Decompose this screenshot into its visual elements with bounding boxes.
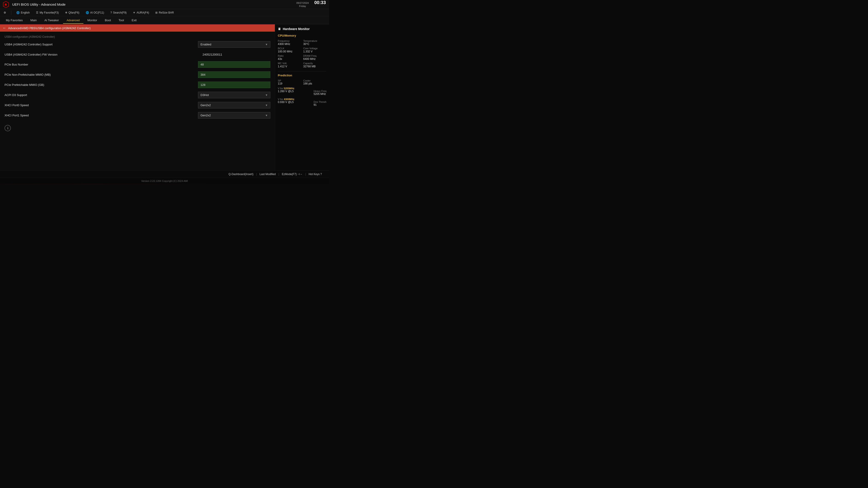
search-toolbar[interactable]: ? Search(F9) (109, 11, 128, 15)
pcie-non-prefetch-value: 384 (198, 71, 270, 78)
setting-row-pcie-prefetch: PCIe Prefetchable MMIO (GB) 128 (0, 80, 275, 90)
datetime: 09/27/2024Friday (296, 1, 309, 8)
prediction-section: Prediction (278, 74, 327, 77)
xhci-port1-selected: Gen2x2 (200, 113, 211, 117)
my-favorite-toolbar[interactable]: ☰ My Favorite(F3) (35, 11, 60, 15)
nav-ai-tweaker[interactable]: Ai Tweaker (41, 17, 63, 24)
setting-row-acpi-d3: ACPI D3 Support D3Hot ▼ (0, 90, 275, 100)
gear-icon: ⚙ (4, 11, 6, 14)
back-button[interactable]: ← (3, 26, 6, 30)
xhci-port1-dropdown[interactable]: Gen2x2 ▼ (198, 112, 270, 119)
hw-cpu-grid: Frequency 4300 MHz Temperature 30°C BCLK… (278, 39, 327, 68)
usb4-support-label: USB4 (ASM4242 Controller) Support (4, 43, 198, 46)
fan-icon: ❄ (65, 11, 67, 14)
setting-row-usb4-fw: USB4 (ASM4242 Controller) FW Version 240… (0, 50, 275, 59)
resize-bar-toolbar[interactable]: ⊞ ReSize BAR (154, 11, 175, 15)
rog-logo: R (2, 1, 9, 8)
nav-my-favorites[interactable]: My Favorites (2, 17, 26, 24)
capacity-cell: Capacity 32768 MB (303, 62, 327, 68)
monitor-icon: 🖥 (278, 27, 281, 31)
setting-row-xhci-port0: XHCI Port0 Speed Gen2x2 ▼ (0, 100, 275, 110)
xhci-port0-selected: Gen2x2 (200, 103, 211, 107)
usb4-support-value: Enabled ▼ (198, 41, 270, 48)
pcie-prefetch-input[interactable]: 128 (198, 82, 270, 88)
hw-divider (278, 71, 327, 71)
setting-row-usb4-support: USB4 (ASM4242 Controller) Support Enable… (0, 39, 275, 50)
nav-exit[interactable]: Exit (128, 17, 140, 24)
v-for-4300-row: V for 4300MHz 0.930 V @L5 Dos Thresh 91 (278, 98, 327, 106)
nav-boot[interactable]: Boot (101, 17, 115, 24)
aura-toolbar[interactable]: ☀ AURA(F4) (131, 11, 150, 15)
cpu-memory-section: CPU/Memory (278, 34, 327, 37)
mc-volt-cell: MC Volt. 1.412 V (278, 62, 301, 68)
dram-freq-cell: DRAM Freq. 6400 MHz (303, 55, 327, 61)
sp-cooler-row: SP 119 Cooler 166 pts (278, 79, 327, 85)
aura-icon: ☀ (133, 11, 135, 14)
globe-icon: 🌐 (16, 11, 20, 14)
acpi-d3-label: ACPI D3 Support (4, 93, 198, 97)
hot-keys-icon: ? (320, 173, 322, 176)
pcie-non-prefetch-label: PCIe Non-Prefetchable MMIO (MB) (4, 73, 198, 76)
qdashboard-button[interactable]: Q-Dashboard(Insert) (226, 172, 256, 177)
toolbar-divider-1 (11, 10, 11, 15)
acpi-d3-selected: D3Hot (200, 93, 209, 97)
pcie-prefetch-value: 128 (198, 82, 270, 88)
xhci-port1-label: XHCI Port1 Speed (4, 113, 198, 117)
pcie-bus-label: PCIe Bus Number (4, 63, 198, 66)
svg-point-2 (5, 4, 7, 5)
xhci-port1-value: Gen2x2 ▼ (198, 112, 270, 119)
version-text: Version 2.22.1284 Copyright (C) 2024 AMI (141, 180, 188, 182)
temperature-cell: Temperature 30°C (303, 39, 327, 46)
app-title: UEFI BIOS Utility - Advanced Mode (12, 2, 293, 6)
pcie-non-prefetch-input[interactable]: 384 (198, 71, 270, 78)
breadcrumb: Advanced\AMD PBS\USB4 configuration (ASM… (8, 26, 91, 30)
usb4-support-dropdown[interactable]: Enabled ▼ (198, 41, 270, 48)
settings-group-label: USB4 configuration (ASM4242 Controller) (0, 33, 275, 39)
hot-keys-button[interactable]: Hot Keys ? (306, 172, 324, 177)
ai-oc-toolbar[interactable]: 🌐 AI OC(F11) (84, 11, 105, 15)
footer: Q-Dashboard(Insert) | Last Modified | Ez… (0, 170, 329, 177)
language-selector[interactable]: 🌐 English (15, 11, 31, 15)
content-area: ← Advanced\AMD PBS\USB4 configuration (A… (0, 24, 275, 170)
favorite-icon: ☰ (36, 11, 38, 14)
nav-tool[interactable]: Tool (115, 17, 128, 24)
pcie-prefetch-label: PCIe Prefetchable MMIO (GB) (4, 83, 198, 87)
time-display: 00:33 (313, 0, 327, 5)
acpi-d3-dropdown[interactable]: D3Hot ▼ (198, 92, 270, 98)
nav-main[interactable]: Main (27, 17, 40, 24)
last-modified-button[interactable]: Last Modified (257, 172, 278, 177)
nav-menu: My Favorites Main Ai Tweaker Advanced Mo… (0, 16, 329, 24)
resize-icon: ⊞ (155, 11, 158, 14)
ratio-cell: Ratio 43x (278, 55, 301, 61)
cooler-cell: Cooler 166 pts (303, 79, 327, 85)
acpi-d3-value: D3Hot ▼ (198, 92, 270, 98)
settings-toolbar-item[interactable]: ⚙ (2, 11, 7, 15)
nav-advanced[interactable]: Advanced (63, 17, 84, 24)
xhci-port0-value: Gen2x2 ▼ (198, 102, 270, 108)
xhci-port0-label: XHCI Port0 Speed (4, 103, 198, 107)
hw-monitor-panel: 🖥 Hardware Monitor CPU/Memory Frequency … (275, 24, 329, 170)
dropdown-arrow-3: ▼ (265, 104, 268, 107)
ezmode-icon: ⊣→ (298, 173, 303, 176)
pcie-bus-input[interactable]: 48 (198, 61, 270, 68)
setting-row-pcie-bus: PCIe Bus Number 48 (0, 59, 275, 70)
usb4-fw-value: 240521200011 (203, 52, 270, 58)
info-button[interactable]: ℹ (4, 125, 11, 131)
sp-cell: SP 119 (278, 79, 301, 85)
date-display: 09/27/2024Friday (296, 2, 309, 7)
dropdown-arrow-1: ▼ (265, 43, 268, 46)
setting-row-xhci-port1: XHCI Port1 Speed Gen2x2 ▼ (0, 110, 275, 121)
dropdown-arrow-4: ▼ (265, 114, 268, 117)
setting-row-pcie-non-prefetch: PCIe Non-Prefetchable MMIO (MB) 384 (0, 70, 275, 80)
version-bar: Version 2.22.1284 Copyright (C) 2024 AMI (0, 177, 329, 184)
v-for-5205-row: V for 5205MHz 1.260 V @L5 Heavy Freq 520… (278, 87, 327, 96)
pcie-bus-value: 48 (198, 61, 270, 68)
ai-icon: 🌐 (86, 11, 89, 14)
xhci-port0-dropdown[interactable]: Gen2x2 ▼ (198, 102, 270, 108)
bclk-cell: BCLK 100.00 MHz (278, 47, 301, 53)
nav-monitor[interactable]: Monitor (84, 17, 101, 24)
toolbar: ⚙ 🌐 English ☰ My Favorite(F3) ❄ Qfan(F6)… (0, 9, 329, 16)
header: R UEFI BIOS Utility - Advanced Mode 09/2… (0, 0, 329, 9)
qfan-toolbar[interactable]: ❄ Qfan(F6) (64, 11, 81, 15)
ezmode-button[interactable]: EzMode(F7) ⊣→ (279, 172, 305, 177)
